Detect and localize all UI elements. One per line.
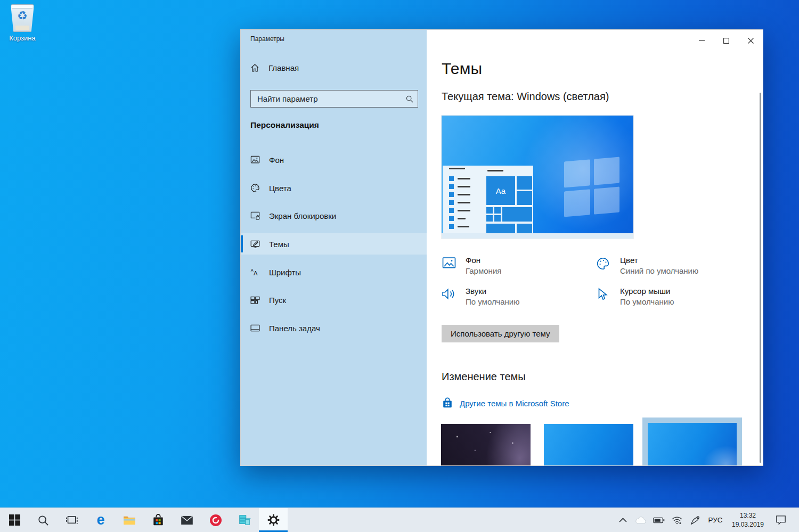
page-title: Темы <box>442 60 482 78</box>
microsoft-store-button[interactable] <box>144 508 173 532</box>
settings-sidebar: Параметры Главная Персонализация Фон <box>241 30 427 465</box>
authy-button[interactable] <box>201 508 230 532</box>
recycle-bin[interactable]: ♻ Корзина <box>5 4 39 42</box>
prop-value: Гармония <box>466 266 501 275</box>
svg-text:A: A <box>251 268 254 273</box>
chevron-up-icon <box>619 518 627 522</box>
recycle-bin-rim <box>12 5 32 9</box>
theme-prop-color: Цвет Синий по умолчанию <box>596 256 698 275</box>
recycle-bin-paper <box>15 26 29 30</box>
settings-button[interactable] <box>259 508 288 532</box>
preview-tiles: Aa <box>486 170 532 233</box>
theme-thumbnail-windows-blue[interactable] <box>544 424 633 465</box>
sidebar-item-start[interactable]: Пуск <box>241 289 427 310</box>
prop-value: По умолчанию <box>620 297 674 306</box>
current-theme-label: Текущая тема: Windows (светлая) <box>442 91 609 103</box>
sidebar-item-colors[interactable]: Цвета <box>241 177 427 199</box>
theme-thumbnail-image <box>648 423 737 465</box>
settings-gear-icon <box>267 514 280 526</box>
system-tray: РУС 13:32 19.03.2019 <box>614 508 799 532</box>
search-icon <box>37 514 49 526</box>
sidebar-home-label: Главная <box>268 63 299 72</box>
tray-time: 13:32 <box>740 511 756 520</box>
task-view-icon <box>66 515 78 526</box>
fonts-icon: AA <box>250 267 260 277</box>
battery-icon <box>653 517 665 523</box>
taskbar: e <box>0 508 799 532</box>
themes-icon <box>250 240 260 249</box>
tray-battery[interactable] <box>650 508 668 532</box>
sidebar-item-label: Панель задач <box>269 324 320 333</box>
tray-onedrive[interactable] <box>632 508 650 532</box>
palette-icon <box>596 256 612 275</box>
file-explorer-icon <box>123 515 136 526</box>
edge-icon: e <box>96 513 104 527</box>
sidebar-item-lock-screen[interactable]: Экран блокировки <box>241 205 427 226</box>
taskbar-search-button[interactable] <box>29 508 58 532</box>
taskbar-icon <box>250 324 260 332</box>
sidebar-item-label: Шрифты <box>269 268 301 277</box>
sidebar-item-fonts[interactable]: AA Шрифты <box>241 261 427 283</box>
image-icon <box>442 256 458 275</box>
sidebar-item-label: Экран блокировки <box>269 211 336 220</box>
task-view-button[interactable] <box>58 508 86 532</box>
lock-screen-icon <box>250 211 260 220</box>
recycle-bin-icon: ♻ <box>11 4 34 32</box>
taskbar-app-icons: e <box>0 508 288 532</box>
sidebar-item-home[interactable]: Главная <box>250 63 299 72</box>
stacked-boxes-button[interactable] <box>230 508 259 532</box>
recycle-symbol-icon: ♻ <box>11 10 34 22</box>
sidebar-item-taskbar[interactable]: Панель задач <box>241 317 427 339</box>
theme-preview: Aa <box>442 116 633 239</box>
store-link-label: Другие темы в Microsoft Store <box>460 399 569 408</box>
mail-button[interactable] <box>173 508 201 532</box>
tray-language[interactable]: РУС <box>704 508 727 532</box>
search-input[interactable] <box>251 91 402 107</box>
windows-logo-icon <box>9 514 20 526</box>
tray-chevron-up[interactable] <box>614 508 632 532</box>
prop-label: Звуки <box>466 287 519 296</box>
use-other-theme-button[interactable]: Использовать другую тему <box>442 325 559 342</box>
tray-clock[interactable]: 13:32 19.03.2019 <box>727 508 769 532</box>
store-icon <box>442 397 453 409</box>
start-layout-icon <box>250 296 260 304</box>
settings-content: Темы Текущая тема: Windows (светлая) <box>427 30 763 465</box>
recycle-bin-label: Корзина <box>5 34 39 42</box>
maximize-button[interactable] <box>714 30 738 51</box>
prop-label: Курсор мыши <box>620 287 674 296</box>
sidebar-section-title: Персонализация <box>250 120 319 130</box>
start-button[interactable] <box>0 508 29 532</box>
sidebar-item-background[interactable]: Фон <box>241 149 427 170</box>
pen-icon <box>690 515 700 525</box>
prop-label: Цвет <box>620 256 698 265</box>
prop-value: По умолчанию <box>466 297 519 306</box>
content-scrollbar[interactable] <box>760 93 761 463</box>
theme-prop-cursor: Курсор мыши По умолчанию <box>596 287 674 306</box>
cloud-icon <box>635 517 647 524</box>
action-center-button[interactable] <box>769 508 793 532</box>
microsoft-store-link[interactable]: Другие темы в Microsoft Store <box>442 397 569 409</box>
theme-thumbnail-windows-light-selected[interactable] <box>642 418 742 465</box>
cursor-icon <box>596 287 612 306</box>
sidebar-item-themes[interactable]: Темы <box>241 233 427 255</box>
stacked-boxes-icon <box>238 514 251 527</box>
sidebar-item-label: Фон <box>269 155 284 165</box>
authy-icon <box>209 514 222 527</box>
home-icon <box>250 63 259 72</box>
tray-wifi[interactable] <box>668 508 686 532</box>
theme-thumbnail-night-sky[interactable] <box>441 424 531 465</box>
mail-icon <box>181 515 193 525</box>
change-theme-heading: Изменение темы <box>442 371 526 383</box>
settings-window: Параметры Главная Персонализация Фон <box>240 29 763 466</box>
window-title: Параметры <box>250 35 284 43</box>
desktop: ♻ Корзина Параметры Главная Персонализац… <box>0 0 799 532</box>
sidebar-item-label: Пуск <box>269 296 286 305</box>
theme-prop-sounds: Звуки По умолчанию <box>442 287 519 306</box>
minimize-button[interactable] <box>689 30 714 51</box>
edge-button[interactable]: e <box>86 508 115 532</box>
tray-windows-ink[interactable] <box>686 508 704 532</box>
theme-prop-background: Фон Гармония <box>442 256 501 275</box>
file-explorer-button[interactable] <box>115 508 144 532</box>
close-button[interactable] <box>738 30 763 51</box>
search-icon[interactable] <box>402 95 418 103</box>
